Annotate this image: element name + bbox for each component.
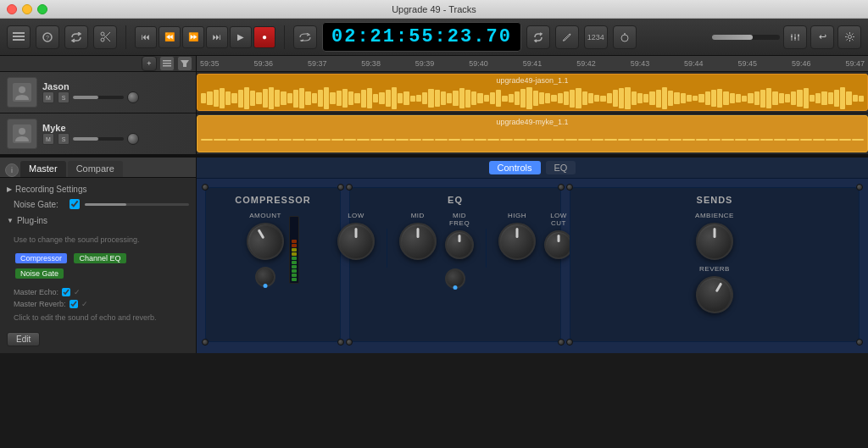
timeline-mark: 59:40 (469, 59, 488, 68)
eq-low-group: LOW (337, 212, 375, 260)
eq-high-knob[interactable] (498, 223, 536, 260)
plugins-section: ▼ Plug-ins Use to change the sound proce… (7, 216, 189, 279)
tab-master[interactable]: Master (20, 161, 66, 177)
svg-rect-14 (791, 36, 793, 37)
sends-reverb-group: REVERB (696, 265, 733, 313)
library-button[interactable] (7, 25, 31, 49)
timeline-mark: 59:41 (523, 59, 542, 68)
settings-button[interactable] (837, 25, 861, 49)
toolbar: ? ⏮ ⏪ ⏩ ⏭ ▶ ● 02:21:55:23.70 1234 ↩ (0, 19, 868, 56)
eq-low-cut-label: LOW CUT (544, 212, 573, 227)
timeline-mark: 59:43 (631, 59, 650, 68)
tab-compare[interactable]: Compare (68, 161, 123, 177)
timeline-mark: 59:45 (738, 59, 758, 68)
channel-eq-plugin-tag[interactable]: Channel EQ (74, 253, 125, 263)
track-jason-mute[interactable]: M (42, 91, 54, 103)
play-button[interactable]: ▶ (230, 26, 252, 48)
eq-footswitch-left[interactable] (445, 268, 465, 289)
svg-rect-20 (163, 65, 171, 67)
plugin-tab-controls[interactable]: Controls (489, 161, 541, 174)
track-myke-clip-label: upgrade49-myke_1.1 (496, 118, 568, 126)
track-jason: Jason M S upgrade49-jason_1.1 (0, 72, 868, 113)
track-jason-avatar (7, 77, 37, 108)
eq-mid-freq-label: MID FREQ (445, 212, 474, 227)
noise-gate-slider[interactable] (85, 203, 189, 206)
eq-low-cut-group: LOW CUT (544, 212, 573, 259)
compressor-amount-label: AMOUNT (249, 212, 281, 219)
track-jason-volume[interactable] (73, 96, 124, 99)
compressor-footswitch[interactable] (255, 267, 275, 287)
svg-rect-0 (13, 32, 25, 34)
panel-info-button[interactable]: i (5, 163, 19, 177)
help-button[interactable]: ? (36, 25, 59, 49)
track-jason-name: Jason (42, 81, 189, 91)
eq-led-left (453, 285, 458, 290)
maximize-button[interactable] (37, 4, 47, 14)
loop-button[interactable] (64, 25, 88, 49)
svg-rect-19 (163, 63, 171, 64)
eq-high-group: HIGH (498, 212, 536, 260)
master-volume-slider[interactable] (712, 35, 780, 40)
track-myke-pan[interactable] (127, 133, 139, 145)
noise-gate-plugin-tag[interactable]: Noise Gate (15, 268, 64, 279)
panel-content: ▶ Recording Settings Noise Gate: (0, 178, 196, 353)
noise-gate-row: Noise Gate: (7, 199, 189, 209)
close-button[interactable] (7, 4, 17, 14)
filter-button[interactable] (177, 56, 192, 71)
master-echo-checkbox[interactable] (62, 288, 70, 296)
compressor-amount-knob[interactable] (240, 216, 291, 267)
smart-controls-toggle[interactable] (159, 56, 175, 71)
eq-low-knob[interactable] (337, 223, 375, 260)
mixer-button[interactable] (783, 25, 807, 49)
compressor-plugin-tag[interactable]: Compressor (15, 253, 67, 263)
window-title: Upgrade 49 - Tracks (392, 4, 476, 14)
track-myke-avatar (7, 119, 37, 149)
track-jason-solo[interactable]: S (58, 91, 70, 103)
track-myke-solo[interactable]: S (58, 133, 70, 145)
track-myke-volume[interactable] (73, 137, 124, 141)
sends-screw-tl (566, 184, 573, 191)
track-jason-pan[interactable] (127, 91, 139, 103)
sends-reverb-knob[interactable] (689, 269, 740, 320)
track-jason-waveform (198, 86, 867, 110)
rewind-button[interactable]: ⏮ (135, 26, 157, 48)
scissors-button[interactable] (93, 25, 117, 49)
plugin-tab-eq[interactable]: EQ (546, 161, 576, 174)
compressor-section: COMPRESSOR AMOUNT (205, 187, 341, 342)
cycle-button[interactable] (293, 25, 317, 49)
track-jason-content[interactable]: upgrade49-jason_1.1 (197, 72, 868, 113)
sync-button[interactable] (526, 25, 550, 49)
recording-settings-title[interactable]: ▶ Recording Settings (7, 185, 189, 194)
compressor-indicator-container (255, 267, 275, 287)
eq-low-label: LOW (348, 212, 364, 219)
record-button[interactable]: ● (253, 26, 275, 48)
left-settings-panel: i Master Compare ▶ Recording Settings No… (0, 158, 197, 353)
eq-top-row: LOW MID MID FREQ (337, 212, 573, 260)
end-button[interactable]: ⏭ (206, 26, 228, 48)
fast-forward-button[interactable]: ⏩ (182, 26, 204, 48)
track-myke-name: Myke (42, 123, 189, 133)
compressor-vu-meter (289, 216, 299, 284)
sends-ambience-label: AMBIENCE (695, 212, 734, 219)
tuner-button[interactable] (613, 25, 637, 49)
eq-low-cut-knob[interactable] (544, 230, 573, 259)
plugins-title[interactable]: ▼ Plug-ins (7, 216, 189, 225)
track-myke-content[interactable]: upgrade49-myke_1.1 (197, 113, 868, 154)
minimize-button[interactable] (22, 4, 32, 14)
eq-mid-freq-knob[interactable] (445, 230, 474, 259)
undo-button[interactable]: ↩ (810, 25, 834, 49)
eq-mid-knob[interactable] (399, 223, 437, 260)
master-reverb-checkbox[interactable] (70, 300, 78, 308)
sends-ambience-knob[interactable] (696, 223, 733, 260)
add-track-button[interactable]: + (142, 56, 157, 71)
count-in-button[interactable]: 1234 (584, 25, 608, 49)
master-echo-row: Master Echo: ✓ (7, 286, 189, 298)
eq-screw-tr (558, 184, 565, 191)
eq-mid-label: MID (411, 212, 425, 219)
track-myke-mute[interactable]: M (42, 133, 54, 145)
noise-gate-checkbox[interactable] (70, 199, 80, 209)
edit-button[interactable]: Edit (7, 332, 40, 346)
pencil-button[interactable] (555, 25, 579, 49)
svg-point-23 (19, 86, 25, 93)
fast-back-button[interactable]: ⏪ (159, 26, 181, 48)
